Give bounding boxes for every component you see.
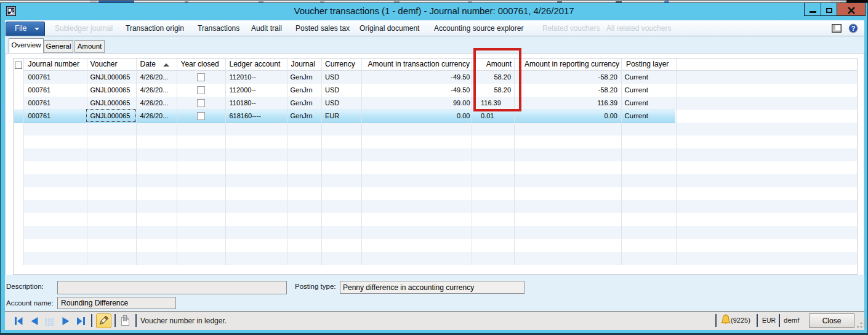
svg-text:?: ? (851, 25, 856, 32)
